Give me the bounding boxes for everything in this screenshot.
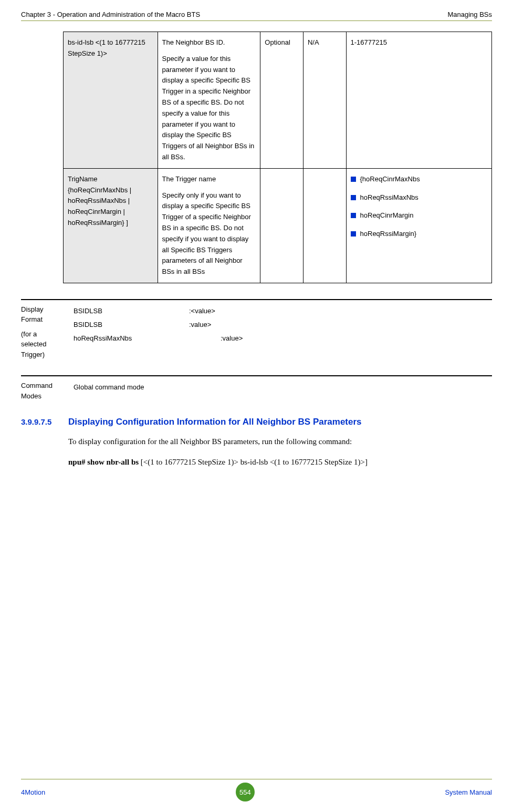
command-modes-value: Global command mode (63, 375, 492, 401)
bullet-text: hoReqRssiMaxNbs (360, 192, 418, 203)
section-command: npu# show nbr-all bs [<(1 to 16777215 St… (68, 456, 492, 468)
desc-line: Specify only if you want to display a sp… (162, 190, 256, 277)
table-row: bs-id-lsb <(1 to 16777215 StepSize 1)> T… (64, 32, 492, 169)
bullet-item: hoReqRssiMargin} (351, 229, 487, 240)
cmd-rest: [<(1 to 16777215 StepSize 1)> bs-id-lsb … (139, 458, 368, 466)
format-val: :value> (221, 334, 243, 342)
desc-line: The Trigger name (162, 174, 256, 185)
format-key: BSIDLSB (74, 304, 189, 318)
section-title: Displaying Configuration Information for… (68, 417, 362, 427)
bullet-text: hoReqRssiMargin} (360, 229, 417, 240)
cell-presence (260, 168, 303, 283)
cell-presence: Optional (260, 32, 303, 169)
cell-default (303, 168, 346, 283)
bullet-text: hoReqCinrMargin (360, 210, 414, 221)
format-val: :<value> (189, 307, 215, 315)
footer-right: System Manual (445, 788, 492, 796)
bullet-item: {hoReqCinrMaxNbs (351, 174, 487, 185)
footer-left: 4Motion (21, 788, 45, 796)
command-modes-block: Command Modes Global command mode (21, 375, 492, 401)
cell-param: bs-id-lsb <(1 to 16777215 StepSize 1)> (64, 32, 158, 169)
format-key: BSIDLSB (74, 318, 189, 332)
format-line: BSIDLSB:value> (74, 318, 492, 332)
cmd-bold: npu# show nbr-all bs (68, 458, 139, 466)
cell-desc: The Trigger name Specify only if you wan… (158, 168, 260, 283)
header-right: Managing BSs (447, 11, 492, 18)
cell-param: TrigName {hoReqCinrMaxNbs | hoReqRssiMax… (64, 168, 158, 283)
format-key: hoReqRssiMaxNbs (74, 332, 221, 345)
cell-possible: 1-16777215 (346, 32, 491, 169)
format-line: BSIDLSB:<value> (74, 304, 492, 318)
bullet-icon (351, 177, 356, 182)
desc-line: The Neighbor BS ID. (162, 37, 256, 48)
header-left: Chapter 3 - Operation and Administration… (21, 11, 200, 18)
page-number: 554 (236, 783, 255, 801)
page-footer: 4Motion 554 System Manual (21, 779, 492, 801)
bullet-icon (351, 231, 356, 237)
command-modes-label: Command Modes (21, 375, 63, 401)
label-text: (for a selected Trigger) (21, 329, 63, 360)
section-para: To display configuration for the all Nei… (68, 435, 492, 448)
section-heading: 3.9.9.7.5 Displaying Configuration Infor… (21, 417, 492, 427)
bullet-text: {hoReqCinrMaxNbs (360, 174, 420, 185)
bullet-icon (351, 213, 356, 218)
section-number: 3.9.9.7.5 (21, 417, 68, 426)
bullet-item: hoReqRssiMaxNbs (351, 192, 487, 203)
display-format-block: Display Format (for a selected Trigger) … (21, 299, 492, 360)
cell-possible: {hoReqCinrMaxNbs hoReqRssiMaxNbs hoReqCi… (346, 168, 491, 283)
table-row: TrigName {hoReqCinrMaxNbs | hoReqRssiMax… (64, 168, 492, 283)
parameters-table: bs-id-lsb <(1 to 16777215 StepSize 1)> T… (63, 32, 492, 283)
format-val: :value> (189, 321, 211, 328)
bullet-icon (351, 195, 356, 200)
display-format-label: Display Format (for a selected Trigger) (21, 299, 63, 360)
page-header: Chapter 3 - Operation and Administration… (21, 11, 492, 21)
label-text: Display Format (21, 304, 63, 325)
cell-desc: The Neighbor BS ID. Specify a value for … (158, 32, 260, 169)
display-format-content: BSIDLSB:<value> BSIDLSB:value> hoReqRssi… (63, 299, 492, 360)
bullet-item: hoReqCinrMargin (351, 210, 487, 221)
cell-default: N/A (303, 32, 346, 169)
desc-line: Specify a value for this parameter if yo… (162, 54, 256, 163)
format-line: hoReqRssiMaxNbs:value> (74, 332, 492, 345)
